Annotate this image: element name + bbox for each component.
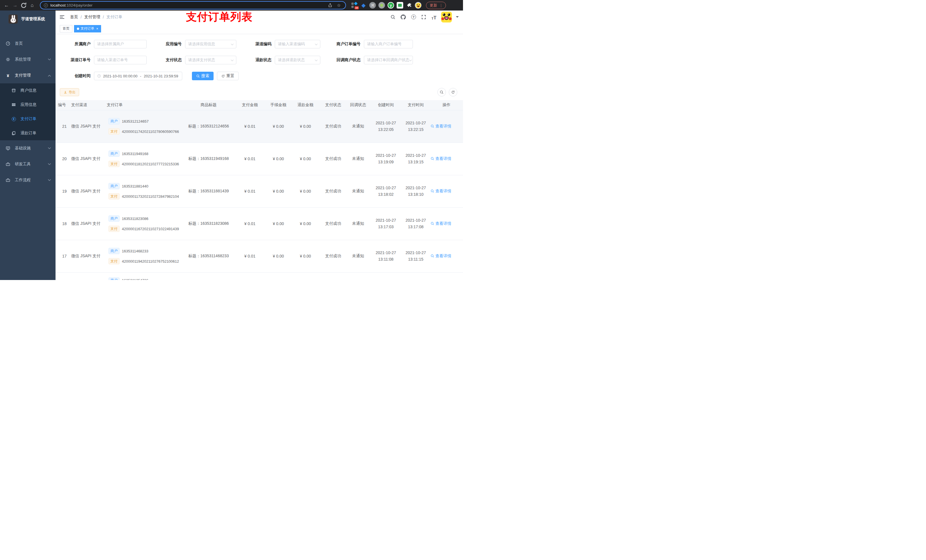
share-icon[interactable] (327, 3, 333, 8)
page-content: 所属商户 请选择所属商户 应用编号 请选择应用信息 渠道编码 请输入渠道编码 商… (56, 34, 463, 280)
sidebar-item-infrastructure[interactable]: 基础设施 (0, 140, 56, 156)
address-bar[interactable]: i localhost:1024/pay/order ☆ (40, 1, 346, 9)
gem-extension-icon[interactable]: ◆ (360, 2, 367, 9)
sidebar-item-pay-order[interactable]: ¥ 支付订单 (0, 112, 56, 126)
bookmark-star-icon[interactable]: ☆ (336, 3, 342, 8)
order-id: 21 (56, 110, 68, 143)
sidebar-item-label: 研发工具 (15, 162, 31, 167)
merchant-tag: 商户 (109, 118, 120, 124)
view-detail-link[interactable]: 查看详情 (431, 124, 451, 129)
channel-order-no: 4200001194202110276752100612 (122, 259, 179, 264)
avatar-caret-icon[interactable] (456, 16, 459, 19)
sidebar-item-system[interactable]: 系统管理 (0, 51, 56, 68)
sidebar-item-merchant-info[interactable]: 商户信息 (0, 83, 56, 98)
breadcrumb: 首页 / 支付管理 / 支付订单 (70, 15, 123, 20)
notify-status (346, 272, 370, 280)
table-row: 商户 1635311254736 支付 (56, 272, 463, 280)
browser-back-icon[interactable]: ← (3, 2, 10, 9)
browser-reload-icon[interactable] (20, 2, 27, 9)
tab-manager-extension-icon[interactable]: 10 (351, 2, 358, 9)
view-detail-link[interactable]: 查看详情 (431, 221, 451, 226)
chevron-up-icon (48, 75, 51, 78)
merchant-order-no-input[interactable]: 请输入商户订单编号 (364, 40, 413, 48)
browser-forward-icon[interactable]: → (11, 2, 19, 9)
github-icon[interactable] (400, 14, 406, 20)
reset-button[interactable]: 重置 (217, 72, 239, 80)
order-id: 20 (56, 143, 68, 175)
merchant-select[interactable]: 请选择所属商户 (94, 40, 147, 48)
view-detail-link[interactable]: 查看详情 (431, 254, 451, 259)
col-pay-order: 支付订单 (104, 100, 184, 110)
user-avatar[interactable] (441, 12, 452, 23)
y-extension-icon[interactable]: y (387, 2, 394, 9)
field-label: 回调商户状态 (325, 57, 364, 63)
pay-order-cell: 商户 1635311468233 支付 42000011942021102767… (104, 240, 184, 272)
chat-extension-icon[interactable] (396, 2, 403, 9)
sidebar-item-refund-order[interactable]: 退款订单 (0, 126, 56, 140)
chrome-update-button[interactable]: 更新 ⋮ (426, 2, 446, 9)
table-row: 20 微信 JSAPI 支付 商户 1635311949168 支付 42000… (56, 143, 463, 175)
pay-status-select[interactable]: 请选择支付状态 (185, 56, 236, 64)
col-pay-time: 支付时间 (401, 100, 430, 110)
col-pay-status: 支付状态 (320, 100, 346, 110)
pay-status: 支付成功 (320, 207, 346, 240)
export-button[interactable]: 导出 (60, 88, 79, 96)
browser-home-icon[interactable]: ⌂ (29, 2, 36, 9)
app-id-select[interactable]: 请选择应用信息 (185, 40, 236, 48)
field-label: 支付状态 (152, 57, 185, 63)
sidebar-item-dev-tools[interactable]: 研发工具 (0, 156, 56, 172)
create-time-range-picker[interactable]: 2021-10-01 00:00:00 - 2021-10-31 23:59:5… (94, 72, 182, 80)
refund-status-select[interactable]: 请选择退款状态 (275, 56, 320, 64)
pay-order-cell: 商户 1635311823086 支付 42000011672021102710… (104, 207, 184, 240)
field-label: 应用编号 (152, 42, 185, 47)
sidebar-item-home[interactable]: 首页 (0, 36, 56, 51)
pay-status: 支付成功 (320, 143, 346, 175)
header-search-icon[interactable] (390, 14, 396, 20)
extensions-puzzle-icon[interactable] (406, 2, 412, 9)
sidebar-item-label: 首页 (15, 41, 23, 46)
tab-home[interactable]: 首页 (60, 25, 72, 32)
font-size-icon[interactable]: TT (431, 14, 437, 20)
sidebar-item-label: 支付管理 (15, 73, 31, 78)
view-detail-link[interactable]: 查看详情 (431, 156, 451, 162)
channel-order-no: 4200001173202110272847982104 (122, 194, 179, 199)
breadcrumb-payment[interactable]: 支付管理 (84, 15, 100, 20)
order-table-body: 21 微信 JSAPI 支付 商户 1635312124657 支付 42000… (56, 110, 463, 280)
command-extension-icon[interactable]: ⌘ (369, 2, 376, 9)
sidebar-item-app-info[interactable]: 应用信息 (0, 98, 56, 112)
sidebar-item-payment[interactable]: ¥ 支付管理 (0, 68, 56, 83)
shop-icon (11, 88, 16, 93)
order-id: 17 (56, 240, 68, 272)
fullscreen-icon[interactable] (421, 14, 427, 20)
breadcrumb-home[interactable]: 首页 (70, 15, 78, 20)
recorder-extension-icon[interactable] (378, 2, 385, 9)
document-copy-icon (11, 131, 16, 136)
notify-status-select[interactable]: 请选择订单回调商户状态 (364, 56, 413, 64)
create-time: 2021-10-2713:17:03 (370, 207, 401, 240)
fee-amount: ¥ 0.00 (266, 207, 291, 240)
toggle-search-button[interactable] (437, 88, 446, 97)
pay-order-cell: 商户 1635311254736 支付 (104, 272, 184, 280)
monitor-icon (6, 146, 10, 151)
channel-order-no: 4200001174202110278060590766 (122, 130, 179, 134)
tab-pay-order[interactable]: 支付订单 × (74, 25, 101, 32)
refresh-button[interactable] (449, 88, 457, 97)
refund-amount: ¥ 0.00 (291, 110, 320, 143)
view-detail-link[interactable]: 查看详情 (431, 189, 451, 194)
sidebar-logo-row[interactable]: 芋道管理系统 (0, 11, 56, 27)
chevron-down-icon (231, 58, 234, 61)
site-info-icon[interactable]: i (44, 3, 48, 8)
close-icon[interactable]: × (96, 27, 98, 31)
field-label: 渠道订单号 (60, 57, 94, 63)
profile-emoji-icon[interactable] (415, 2, 421, 9)
sidebar-collapse-icon[interactable] (60, 14, 65, 20)
sidebar-item-workflow[interactable]: 工作流程 (0, 172, 56, 188)
channel-code-select[interactable]: 请输入渠道编码 (275, 40, 320, 48)
chrome-menu-dots-icon[interactable]: ⋮ (439, 3, 443, 8)
order-id: 18 (56, 207, 68, 240)
app-title: 芋道管理系统 (21, 17, 45, 22)
table-header-row: 编号 支付渠道 支付订单 商品标题 支付金额 手续金额 退款金额 支付状态 回调… (56, 100, 463, 110)
search-button[interactable]: 搜索 (192, 72, 213, 80)
help-icon[interactable]: ? (410, 14, 416, 20)
channel-order-no-input[interactable]: 请输入渠道订单号 (94, 56, 147, 64)
